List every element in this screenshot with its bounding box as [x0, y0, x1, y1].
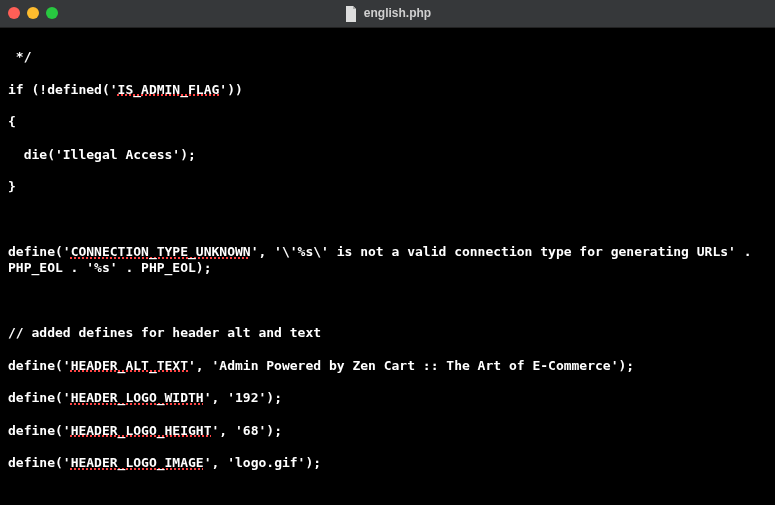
- code-line: define('HEADER_LOGO_WIDTH', '192');: [8, 390, 767, 406]
- code-line: // added defines for header alt and text: [8, 325, 767, 341]
- code-line: define('HEADER_ALT_TEXT', 'Admin Powered…: [8, 358, 767, 374]
- filename-label: english.php: [364, 6, 431, 21]
- code-line: if (!defined('IS_ADMIN_FLAG')): [8, 82, 767, 98]
- titlebar: english.php: [0, 0, 775, 28]
- code-line: define('HEADER_LOGO_HEIGHT', '68');: [8, 423, 767, 439]
- code-line: define('HEADER_LOGO_IMAGE', 'logo.gif');: [8, 455, 767, 471]
- file-icon: [344, 6, 358, 22]
- code-line: }: [8, 179, 767, 195]
- code-line: */: [8, 49, 767, 65]
- code-line: {: [8, 114, 767, 130]
- maximize-window-icon[interactable]: [46, 7, 58, 19]
- code-line: define('CONNECTION_TYPE_UNKNOWN', '\'%s\…: [8, 244, 767, 277]
- minimize-window-icon[interactable]: [27, 7, 39, 19]
- code-line: [8, 212, 767, 228]
- close-window-icon[interactable]: [8, 7, 20, 19]
- code-line: [8, 488, 767, 504]
- title-area: english.php: [344, 6, 431, 22]
- editor-area[interactable]: */ if (!defined('IS_ADMIN_FLAG')) { die(…: [0, 28, 775, 505]
- traffic-lights: [8, 7, 58, 19]
- code-line: [8, 293, 767, 309]
- code-line: die('Illegal Access');: [8, 147, 767, 163]
